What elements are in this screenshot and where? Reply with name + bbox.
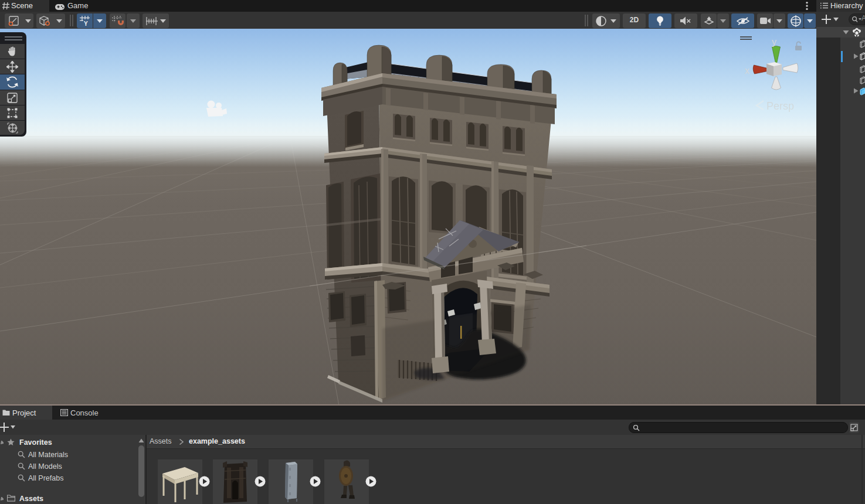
svg-text:x: x	[745, 66, 749, 76]
svg-text:y: y	[772, 37, 776, 47]
svg-text:Y: Y	[84, 21, 88, 27]
